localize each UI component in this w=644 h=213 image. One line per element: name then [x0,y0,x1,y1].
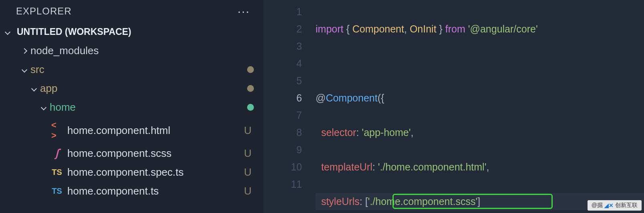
highlight-box [392,194,553,209]
watermark-brand: 创新互联 [615,202,638,209]
watermark: @掘 ◢✕ 创新互联 [588,200,642,211]
folder-label: node_modules [30,45,99,57]
folder-label: home [50,101,76,114]
tree-folder-src[interactable]: src [0,60,264,79]
tree-folder-home[interactable]: home [0,98,264,117]
workspace-label: UNTITLED (WORKSPACE) [17,26,131,37]
watermark-logo-icon: ◢✕ [604,202,614,209]
chevron-down-icon [41,104,46,110]
tree-file[interactable]: < >home.component.html U [0,117,264,144]
tree-folder-app[interactable]: app [0,79,264,98]
chevron-down-icon [22,67,27,72]
watermark-at: @掘 [592,202,603,209]
file-label: home.component.scss [67,147,171,160]
ts-file-icon: TS [51,187,62,196]
chevron-down-icon [31,85,37,91]
git-status-badge: U [244,166,254,179]
tree-file[interactable]: TShome.component.spec.ts U [0,163,264,182]
code-editor[interactable]: 12345 67891011 import { Component, OnIni… [264,0,644,213]
explorer-title: EXPLORER [16,6,72,17]
folder-label: src [30,63,44,76]
tree-file[interactable]: TShome.component.ts U [0,182,264,201]
folder-label: app [40,82,57,95]
git-status-badge: U [244,124,254,137]
git-status-badge: U [244,185,254,197]
git-added-dot-icon [247,104,254,111]
workspace-row[interactable]: UNTITLED (WORKSPACE) [0,22,264,41]
file-label: home.component.spec.ts [67,166,184,179]
git-modified-dot-icon [247,85,254,92]
code-area[interactable]: import { Component, OnInit } from '@angu… [316,3,644,213]
tree-file[interactable]: ʃhome.component.scss U [0,144,264,163]
file-label: home.component.ts [67,185,159,197]
tree-folder-node-modules[interactable]: node_modules [0,41,264,60]
chevron-down-icon [5,29,10,34]
scss-file-icon: ʃ [51,147,62,160]
editor-pane: nent.css (deleted) TS home.component.ts … [264,0,644,213]
git-status-badge: U [244,147,254,160]
file-label: home.component.html [67,124,170,137]
git-modified-dot-icon [247,66,254,73]
chevron-right-icon [22,48,27,53]
explorer-header: EXPLORER ··· [0,0,264,22]
explorer-sidebar: EXPLORER ··· UNTITLED (WORKSPACE) node_m… [0,0,264,213]
ts-spec-file-icon: TS [51,168,62,177]
html-file-icon: < > [51,120,62,141]
file-tree: node_modules src app home < >home.compon… [0,41,264,201]
line-gutter: 12345 67891011 [264,3,316,213]
